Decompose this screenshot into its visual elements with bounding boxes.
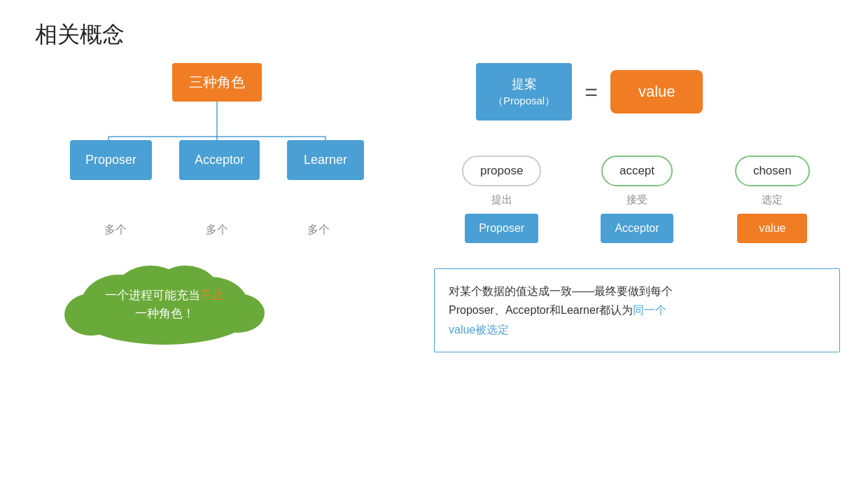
tree-children: Proposer Acceptor Learner: [63, 140, 371, 180]
learner-label: Learner: [304, 153, 347, 167]
action-col-0: propose 提出 Proposer: [446, 156, 558, 243]
action-chinese-2: 选定: [762, 193, 783, 207]
action-chinese-0: 提出: [491, 193, 512, 207]
equals-sign: =: [584, 79, 598, 105]
proposer-box: Proposer: [70, 140, 152, 180]
action-chinese-1: 接受: [626, 193, 648, 207]
cloud-text: 一个进程可能充当不止 一种角色！: [88, 287, 241, 322]
tree-diagram: 三种角色 Proposer Acceptor Learner: [63, 63, 371, 217]
proposer-label: Proposer: [85, 153, 136, 167]
action-col-2: chosen 选定 value: [716, 156, 828, 243]
actions-grid: propose 提出 Proposer accept 接受 Acceptor c…: [434, 156, 840, 243]
right-section: 提案 （Proposal） = value propose 提出 Propose…: [434, 63, 840, 352]
cloud-line1: 一个进程可能充当不止: [105, 289, 224, 302]
proposer-role-box: Proposer: [465, 214, 538, 243]
learner-box: Learner: [287, 140, 364, 180]
sublabel-0: 多个: [77, 223, 154, 237]
action-col-1: accept 接受 Acceptor: [581, 156, 693, 243]
bottom-text-box: 对某个数据的值达成一致——最终要做到每个Proposer、Acceptor和Le…: [434, 268, 840, 352]
oval-chosen: chosen: [735, 156, 810, 186]
acceptor-label: Acceptor: [195, 153, 244, 167]
page-title: 相关概念: [35, 20, 125, 50]
acceptor-box: Acceptor: [179, 140, 260, 180]
oval-chosen-label: chosen: [753, 164, 792, 177]
root-label: 三种角色: [189, 74, 245, 90]
oval-propose-label: propose: [480, 164, 523, 177]
cloud-line2: 一种角色！: [135, 306, 195, 319]
proposal-en: （Proposal）: [493, 93, 555, 108]
oval-accept-label: accept: [620, 164, 654, 177]
sublabel-1: 多个: [178, 223, 255, 237]
value-box: value: [610, 70, 704, 113]
oval-propose: propose: [462, 156, 541, 186]
sublabels-row: 多个 多个 多个: [63, 217, 371, 237]
sublabel-2: 多个: [280, 223, 357, 237]
left-section: 三种角色 Proposer Acceptor Learner 多个 多个 多个: [35, 63, 399, 350]
proposal-row: 提案 （Proposal） = value: [476, 63, 840, 120]
cloud-shape: 一个进程可能充当不止 一种角色！: [49, 259, 280, 350]
value-role-box: value: [737, 214, 807, 243]
acceptor-role-box: Acceptor: [601, 214, 673, 243]
proposal-cn: 提案: [493, 76, 555, 93]
proposal-box: 提案 （Proposal）: [476, 63, 572, 120]
oval-accept: accept: [601, 156, 673, 186]
root-box: 三种角色: [172, 63, 262, 102]
